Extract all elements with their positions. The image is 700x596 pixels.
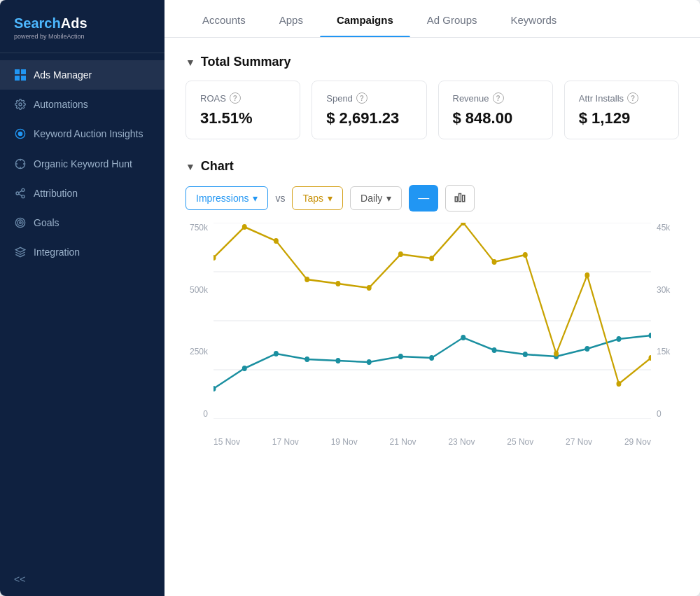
svg-line-16 [19, 190, 22, 193]
tab-campaigns[interactable]: Campaigns [320, 0, 410, 37]
content-area: ▼ Total Summary ROAS ? 31.51% Spend ? [164, 38, 700, 596]
collapse-arrow-icon[interactable]: ▼ [186, 57, 195, 68]
grid-icon [14, 69, 27, 81]
x-axis: 15 Nov 17 Nov 19 Nov 21 Nov 23 Nov 25 No… [214, 437, 651, 447]
gear-icon [14, 98, 27, 111]
x-label-17nov: 17 Nov [272, 437, 299, 447]
x-label-15nov: 15 Nov [214, 437, 240, 447]
impressions-point [461, 335, 465, 340]
y-right-label-0: 0 [657, 409, 662, 419]
svg-point-18 [18, 220, 23, 226]
card-roas-value: 31.51% [200, 109, 286, 127]
x-label-25nov: 25 Nov [507, 437, 533, 447]
chart-svg [214, 223, 651, 419]
sidebar-item-label: Integration [34, 246, 80, 258]
download-icon [14, 246, 27, 258]
svg-rect-0 [15, 69, 20, 74]
tab-keywords[interactable]: Keywords [493, 0, 573, 37]
svg-point-4 [19, 103, 22, 106]
sidebar-item-label: Automations [34, 98, 88, 111]
y-axis-left: 750k 500k 250k 0 [186, 223, 212, 419]
taps-point [554, 351, 559, 356]
taps-point [398, 251, 403, 257]
impressions-point [429, 355, 434, 361]
period-chevron-icon: ▾ [386, 193, 391, 204]
taps-point [335, 281, 340, 286]
chart-area: 750k 500k 250k 0 45k 30k 15k 0 15 Nov 17… [186, 223, 679, 447]
circle-dot-icon [14, 127, 27, 140]
taps-point [492, 259, 497, 265]
svg-rect-21 [455, 197, 457, 202]
spend-help-icon[interactable]: ? [356, 92, 368, 104]
summary-cards: ROAS ? 31.51% Spend ? $ 2,691.23 Revenue [186, 81, 679, 139]
svg-marker-20 [15, 248, 24, 253]
svg-point-6 [18, 132, 22, 136]
y-right-label-45k: 45k [657, 223, 670, 233]
card-spend: Spend ? $ 2,691.23 [312, 81, 426, 139]
bar-chart-icon [454, 190, 466, 206]
tab-ad-groups[interactable]: Ad Groups [410, 0, 494, 37]
vs-label: vs [275, 193, 285, 204]
attr-installs-help-icon[interactable]: ? [627, 92, 638, 104]
crosshair-icon [14, 158, 27, 170]
impressions-point [398, 354, 403, 359]
taps-point [304, 277, 309, 282]
x-label-29nov: 29 Nov [624, 437, 651, 447]
card-attr-installs-label: Attr Installs ? [579, 92, 664, 104]
sidebar-item-automations[interactable]: Automations [0, 90, 164, 119]
y-right-label-15k: 15k [657, 347, 670, 356]
line-chart-icon: — [418, 192, 429, 205]
svg-rect-3 [21, 76, 26, 81]
logo-sub: powered by MobileAction [14, 33, 150, 40]
x-label-21nov: 21 Nov [390, 437, 416, 447]
y-axis-right: 45k 30k 15k 0 [652, 223, 679, 419]
y-right-label-30k: 30k [657, 285, 670, 295]
tab-apps[interactable]: Apps [262, 0, 320, 37]
impressions-chevron-icon: ▾ [253, 193, 258, 204]
chart-controls: Impressions ▾ vs Taps ▾ Daily ▾ — [186, 185, 679, 212]
sidebar: SearchAds powered by MobileAction Ads Ma… [0, 0, 164, 596]
svg-point-13 [16, 192, 19, 195]
sidebar-item-keyword-auction[interactable]: Keyword Auction Insights [0, 119, 164, 148]
roas-help-icon[interactable]: ? [230, 92, 241, 104]
svg-rect-22 [459, 194, 461, 202]
svg-point-19 [20, 222, 22, 224]
sidebar-item-label: Organic Keyword Hunt [34, 158, 132, 170]
sidebar-item-integration[interactable]: Integration [0, 237, 164, 267]
x-label-19nov: 19 Nov [331, 437, 358, 447]
taps-chevron-icon: ▾ [328, 193, 332, 204]
period-dropdown[interactable]: Daily ▾ [350, 186, 402, 210]
taps-point [242, 224, 247, 230]
y-left-label-500k: 500k [190, 285, 208, 295]
y-left-label-750k: 750k [190, 223, 208, 233]
main-content: Accounts Apps Campaigns Ad Groups Keywor… [164, 0, 700, 596]
bar-chart-button[interactable] [445, 185, 475, 212]
sidebar-item-ads-manager[interactable]: Ads Manager [0, 60, 164, 90]
sidebar-item-attribution[interactable]: Attribution [0, 179, 164, 208]
card-spend-value: $ 2,691.23 [326, 109, 412, 127]
revenue-help-icon[interactable]: ? [493, 92, 504, 104]
taps-point [274, 238, 279, 244]
sidebar-item-organic-keyword[interactable]: Organic Keyword Hunt [0, 149, 164, 179]
impressions-point [584, 346, 589, 352]
line-chart-button[interactable]: — [409, 185, 438, 212]
tab-accounts[interactable]: Accounts [186, 0, 262, 37]
taps-point [429, 256, 434, 261]
impressions-point [617, 336, 622, 342]
chart-collapse-arrow-icon[interactable]: ▼ [186, 161, 195, 172]
sidebar-item-label: Keyword Auction Insights [34, 127, 143, 140]
sidebar-nav: Ads Manager Automations Keyword Auction … [0, 53, 164, 562]
impressions-point [274, 351, 279, 356]
taps-point [367, 285, 372, 291]
sidebar-item-goals[interactable]: Goals [0, 208, 164, 237]
taps-dropdown[interactable]: Taps ▾ [292, 186, 343, 210]
card-roas: ROAS ? 31.51% [186, 81, 300, 139]
impressions-dropdown[interactable]: Impressions ▾ [186, 186, 268, 210]
summary-title: Total Summary [201, 55, 291, 69]
impressions-point [367, 359, 372, 365]
svg-rect-2 [15, 76, 20, 81]
logo-area: SearchAds powered by MobileAction [0, 0, 164, 53]
x-label-27nov: 27 Nov [566, 437, 592, 447]
card-roas-label: ROAS ? [200, 92, 286, 104]
sidebar-collapse-button[interactable]: << [0, 562, 164, 596]
